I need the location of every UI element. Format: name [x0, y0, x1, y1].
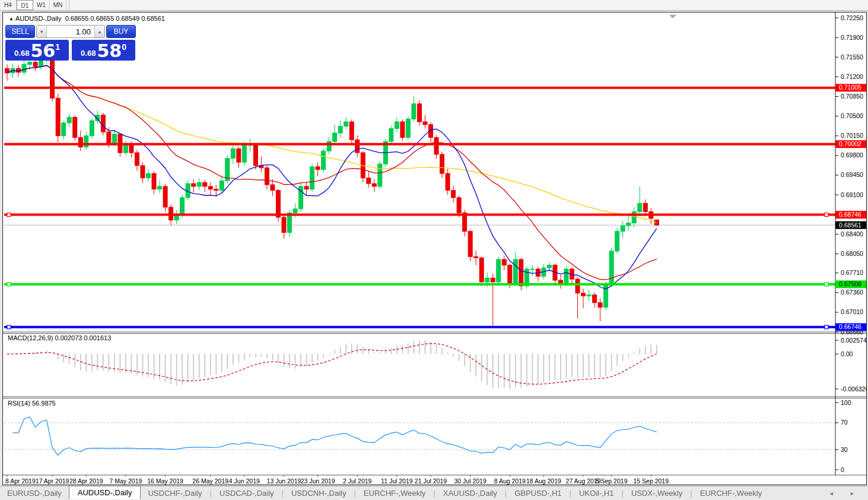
symbol-tab-xauusd-daily[interactable]: XAUUSD-,Daily	[436, 487, 504, 499]
line-handle[interactable]	[825, 283, 828, 286]
rsi-scale-tick: 70	[841, 419, 848, 426]
line-handle[interactable]	[7, 283, 11, 286]
buy-price-pipette: 0	[122, 43, 126, 51]
volume-increase-button[interactable]: ▲	[94, 26, 104, 37]
rsi-scale-tick: 30	[841, 446, 848, 453]
price-scale-tick: 0.67710	[841, 269, 863, 276]
macd-scale-tick: -0.006326	[841, 385, 866, 393]
chart-title: ▲AUDUSD-,Daily 0.68655 0.68655 0.68549 0…	[9, 15, 165, 22]
price-tag-label: 0.67508	[839, 280, 861, 287]
buy-price-big: 58	[97, 43, 122, 59]
sell-price-prefix: 0.68	[14, 48, 29, 59]
buy-button[interactable]: BUY	[106, 25, 136, 38]
symbol-tab-usdcad-daily[interactable]: USDCAD-,Daily	[212, 487, 281, 499]
date-axis-label: 8 Apr 2019	[5, 477, 36, 485]
price-scale-tick: 0.68050	[841, 250, 863, 257]
price-scale-tick: 0.69100	[841, 191, 863, 198]
sell-button[interactable]: SELL	[5, 25, 35, 38]
date-axis-label: 30 Jul 2019	[454, 477, 486, 485]
date-axis-label: 18 Aug 2019	[526, 477, 561, 485]
date-axis-label: 23 Jun 2019	[301, 477, 335, 485]
line-handle[interactable]	[7, 213, 11, 217]
rsi-scale-tick: 0	[841, 466, 844, 473]
symbol-tab-eurusd-daily[interactable]: EURUSD-,Daily	[0, 487, 69, 499]
price-scale-tick: 0.70500	[841, 112, 863, 119]
chart-shift-marker-icon[interactable]	[669, 15, 676, 18]
symbol-tab-eurchf-weekly[interactable]: EURCHF-,Weekly	[357, 487, 433, 499]
price-tag-label: 0.68561	[839, 221, 861, 229]
line-handle[interactable]	[825, 213, 828, 217]
macd-signal-line	[7, 344, 657, 385]
date-axis-label: 16 May 2019	[147, 477, 183, 485]
buy-price-button[interactable]: 0.68 58 0	[72, 40, 135, 61]
date-axis-label: 13 Jun 2019	[267, 477, 301, 485]
macd-scale-tick: 0.002574	[841, 337, 866, 344]
line-handle[interactable]	[825, 325, 828, 329]
symbol-tab-usdcnh-daily[interactable]: USDCNH-,Daily	[284, 487, 353, 499]
chart-symbol-period: AUDUSD-,Daily	[15, 15, 62, 22]
symbol-tab-eurchf-weekly[interactable]: EURCHF-,Weekly	[693, 487, 770, 499]
sell-price-pipette: 1	[55, 43, 60, 51]
symbol-tab-usdchf-daily[interactable]: USDCHF-,Daily	[141, 487, 209, 499]
price-scale-tick: 0.69450	[841, 171, 863, 178]
rsi-scale-tick: 100	[841, 399, 851, 406]
date-axis-label: 21 Jul 2019	[415, 477, 447, 485]
macd-histogram	[7, 340, 657, 389]
price-scale-tick: 0.67360	[841, 289, 863, 296]
macd-scale-tick: 0.00	[841, 350, 853, 357]
date-axis-label: 26 May 2019	[192, 477, 228, 485]
date-axis-label: 4 Jun 2019	[229, 477, 260, 485]
price-tag-label: 0.70002	[839, 140, 861, 147]
price-scale-tick: 0.71900	[841, 34, 863, 41]
timeframe-mn-button[interactable]: MN	[50, 0, 66, 10]
macd-indicator-label: MACD(12,26,9) 0.002073 0.001613	[8, 334, 111, 341]
date-axis-label: 17 Apr 2019	[36, 477, 69, 485]
line-handle[interactable]	[7, 325, 11, 329]
one-click-trading-panel: SELL ▼ ▲ BUY 0.68 56 1 0.68 58 0	[5, 25, 137, 61]
chart-window[interactable]: 0.722500.719000.715500.712000.708500.705…	[2, 12, 867, 485]
date-axis-label: 11 Jul 2019	[381, 477, 413, 485]
price-scale-tick: 0.69800	[841, 151, 863, 159]
sell-price-big: 56	[30, 43, 55, 59]
price-scale-tick: 0.72250	[841, 14, 863, 21]
timeframe-d1-button[interactable]: D1	[17, 0, 33, 10]
date-axis-label: 28 Apr 2019	[69, 477, 103, 485]
price-tag-label: 0.68746	[839, 211, 861, 218]
price-scale-tick: 0.71550	[841, 53, 863, 61]
timeframe-h4-button[interactable]: H4	[0, 0, 17, 10]
volume-input[interactable]	[47, 26, 94, 37]
date-axis-label: 15 Sep 2019	[633, 477, 669, 485]
chart-canvas[interactable]: 0.722500.719000.715500.712000.708500.705…	[3, 12, 866, 485]
date-axis-label: 2 Jul 2019	[343, 477, 372, 485]
moving-average-line	[7, 65, 657, 289]
volume-decrease-button[interactable]: ▼	[37, 26, 47, 37]
symbol-tab-ukoil-h1[interactable]: UKOil-,H1	[572, 487, 621, 499]
toolbar-separator	[66, 0, 69, 10]
price-tag-label: 0.66746	[839, 323, 861, 330]
price-tag-label: 0.71005	[839, 84, 861, 91]
price-scale-tick: 0.68400	[841, 230, 863, 238]
moving-average-line	[7, 65, 657, 280]
symbol-tab-audusd-daily[interactable]: AUDUSD-,Daily	[69, 486, 141, 499]
date-axis-label: 5 Sep 2019	[596, 477, 628, 485]
price-scale-tick: 0.70150	[841, 132, 863, 139]
price-scale-tick: 0.71200	[841, 73, 863, 80]
symbol-tab-gbpusd-h1[interactable]: GBPUSD-,H1	[507, 487, 568, 499]
date-axis-label: 7 May 2019	[109, 477, 142, 485]
buy-price-prefix: 0.68	[81, 48, 96, 59]
chart-tab-bar: EURUSD-,DailyAUDUSD-,DailyUSDCHF-,Daily|…	[0, 486, 868, 500]
panel-collapse-arrow-icon[interactable]: ▲	[9, 16, 14, 21]
tab-scroll-arrows[interactable]: ◄ ►	[829, 490, 862, 496]
timeframe-w1-button[interactable]: W1	[33, 0, 50, 10]
chart-ohlc-values: 0.68655 0.68655 0.68549 0.68561	[65, 15, 165, 22]
volume-spinner: ▼ ▲	[36, 25, 105, 38]
sell-price-button[interactable]: 0.68 56 1	[5, 40, 69, 61]
rsi-indicator-label: RSI(14) 56.9875	[8, 400, 56, 407]
timeframe-toolbar: H4 D1 W1 MN	[0, 0, 868, 11]
price-scale-tick: 0.67010	[841, 308, 863, 315]
date-axis-label: 8 Aug 2019	[494, 477, 526, 485]
symbol-tab-usdx-weekly[interactable]: USDX-,Weekly	[624, 487, 689, 499]
price-scale-tick: 0.70850	[841, 93, 863, 100]
